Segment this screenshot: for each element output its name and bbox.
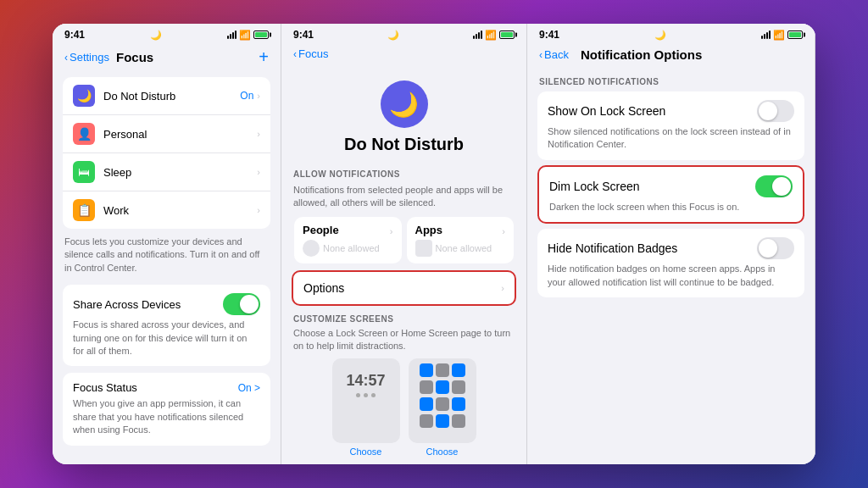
- apps-sub: None allowed: [436, 243, 492, 253]
- people-sub: None allowed: [323, 243, 380, 253]
- options-label: Options: [303, 281, 344, 295]
- customize-label: CUSTOMIZE SCREENS: [281, 311, 526, 327]
- dnd-icon: 🌙: [73, 85, 95, 107]
- apps-box[interactable]: Apps › None allowed: [407, 217, 515, 263]
- nav-bar-2: ‹ Focus: [281, 44, 526, 67]
- focus-status-description: When you give an app permission, it can …: [73, 397, 260, 436]
- moon-icon-2: 🌙: [387, 30, 399, 41]
- panel-settings-focus: 9:41 🌙 📶 ‹ Settings Focus: [53, 24, 281, 464]
- status-icons-2: 📶: [473, 30, 515, 41]
- sleep-name: Sleep: [103, 166, 257, 179]
- dnd-header: 🌙 Do Not Disturb: [281, 67, 526, 164]
- hide-notification-badges-desc: Hide notification badges on home screen …: [548, 263, 794, 289]
- home-screen-container: Choose: [409, 358, 476, 460]
- dim-lock-screen-label: Dim Lock Screen: [549, 180, 640, 193]
- dim-lock-screen-row: Dim Lock Screen Darken the lock screen w…: [537, 165, 804, 224]
- wifi-icon-2: 📶: [485, 30, 497, 41]
- dnd-chevron: ›: [257, 91, 260, 101]
- apps-icon: [415, 240, 432, 257]
- screens-preview: 14:57 Choose: [292, 358, 516, 460]
- signal-icon-2: [473, 30, 482, 39]
- focus-back-button[interactable]: ‹ Focus: [293, 47, 328, 60]
- dim-lock-screen-desc: Darken the lock screen when this Focus i…: [549, 201, 793, 214]
- status-icons-3: 📶: [761, 30, 803, 41]
- focus-item-personal[interactable]: 👤 Personal ›: [63, 115, 270, 153]
- nav-bar-1: ‹ Settings Focus +: [53, 44, 281, 74]
- back-chevron-1: ‹: [64, 52, 68, 64]
- sleep-chevron: ›: [257, 167, 260, 177]
- hide-notification-badges-toggle[interactable]: [757, 237, 794, 259]
- back-chevron-2: ‹: [293, 48, 297, 60]
- options-chevron: ›: [501, 283, 504, 293]
- dnd-title: Do Not Disturb: [344, 135, 464, 154]
- work-icon: 📋: [73, 199, 95, 221]
- panel-notification-options: 9:41 🌙 📶 ‹ Back Notification: [527, 24, 815, 464]
- back-chevron-3: ‹: [539, 49, 542, 61]
- add-focus-button[interactable]: +: [259, 47, 269, 67]
- share-toggle[interactable]: [223, 293, 260, 315]
- apps-chevron: ›: [502, 226, 505, 236]
- focus-title-1: Focus: [116, 50, 153, 64]
- status-bar-1: 9:41 🌙 📶: [53, 24, 281, 44]
- signal-icon-3: [761, 30, 771, 39]
- app-row-2: [420, 380, 465, 394]
- status-bar-2: 9:41 🌙 📶: [281, 24, 526, 44]
- app-row-3: [420, 397, 465, 411]
- people-label: People: [303, 224, 339, 236]
- show-on-lock-screen-desc: Show silenced notifications on the lock …: [548, 125, 794, 152]
- show-on-lock-screen-toggle[interactable]: [757, 100, 794, 122]
- focus-item-sleep[interactable]: 🛏 Sleep ›: [63, 153, 270, 191]
- ipad-container: 9:41 🌙 📶 ‹ Settings Focus: [53, 24, 815, 464]
- battery-icon-2: [499, 30, 515, 39]
- allow-notifications-desc: Notifications from selected people and a…: [281, 182, 526, 217]
- moon-icon-1: 🌙: [150, 30, 162, 41]
- dnd-name: Do Not Disturb: [103, 90, 240, 103]
- people-apps-row: People › None allowed Apps › None allowe…: [292, 217, 516, 263]
- nav-bar-3: ‹ Back Notification Options: [527, 44, 815, 69]
- customize-desc: Choose a Lock Screen or Home Screen page…: [281, 327, 526, 358]
- lock-screen-mock: 14:57: [332, 358, 400, 443]
- share-label: Share Across Devices: [73, 298, 181, 311]
- status-bar-3: 9:41 🌙 📶: [527, 24, 815, 44]
- notification-options-title: Notification Options: [581, 47, 702, 62]
- focus-status-value[interactable]: On >: [238, 382, 260, 394]
- focus-status-label: Focus Status: [73, 381, 137, 394]
- people-box[interactable]: People › None allowed: [294, 217, 402, 263]
- lock-screen-container: 14:57 Choose: [332, 358, 400, 460]
- dnd-status: On: [240, 90, 253, 102]
- silenced-notifications-label: SILENCED NOTIFICATIONS: [527, 69, 815, 90]
- signal-icon-1: [227, 30, 236, 39]
- battery-icon-1: [253, 30, 269, 39]
- share-across-devices-row: Share Across Devices Focus is shared acr…: [63, 285, 270, 366]
- time-2: 9:41: [293, 29, 314, 41]
- moon-icon-3: 🌙: [654, 30, 666, 41]
- back-button-3[interactable]: ‹ Back: [539, 48, 569, 61]
- hide-notification-badges-row: Hide Notification Badges Hide notificati…: [537, 229, 804, 297]
- options-row[interactable]: Options ›: [292, 270, 516, 306]
- focus-item-work[interactable]: 📋 Work ›: [63, 191, 270, 229]
- dnd-moon-icon: 🌙: [381, 80, 428, 128]
- apps-label: Apps: [415, 224, 443, 236]
- home-screen-mock: [409, 358, 476, 443]
- share-description: Focus is shared across your devices, and…: [73, 319, 260, 358]
- work-name: Work: [103, 204, 257, 217]
- wifi-icon-1: 📶: [239, 30, 251, 41]
- work-chevron: ›: [257, 205, 260, 215]
- focus-back-label: Focus: [298, 47, 328, 60]
- settings-back-label: Settings: [70, 51, 109, 64]
- show-on-lock-screen-row: Show On Lock Screen Show silenced notifi…: [537, 92, 804, 160]
- focus-description: Focus lets you customize your devices an…: [53, 236, 281, 281]
- focus-list: 🌙 Do Not Disturb On › 👤 Personal › 🛏 Sle…: [63, 77, 270, 229]
- focus-item-dnd[interactable]: 🌙 Do Not Disturb On ›: [63, 77, 270, 115]
- panel-do-not-disturb: 9:41 🌙 📶 ‹ Focus: [281, 24, 527, 464]
- personal-icon: 👤: [73, 123, 95, 145]
- choose-home-button[interactable]: Choose: [426, 443, 459, 460]
- lock-dots: [356, 393, 376, 397]
- app-row-4: [420, 414, 465, 428]
- back-label-3: Back: [544, 48, 569, 61]
- status-icons-1: 📶: [227, 30, 269, 41]
- dim-lock-screen-toggle[interactable]: [755, 175, 793, 197]
- settings-back-button[interactable]: ‹ Settings: [64, 51, 109, 64]
- choose-lock-button[interactable]: Choose: [350, 443, 382, 460]
- people-avatar: [303, 240, 320, 257]
